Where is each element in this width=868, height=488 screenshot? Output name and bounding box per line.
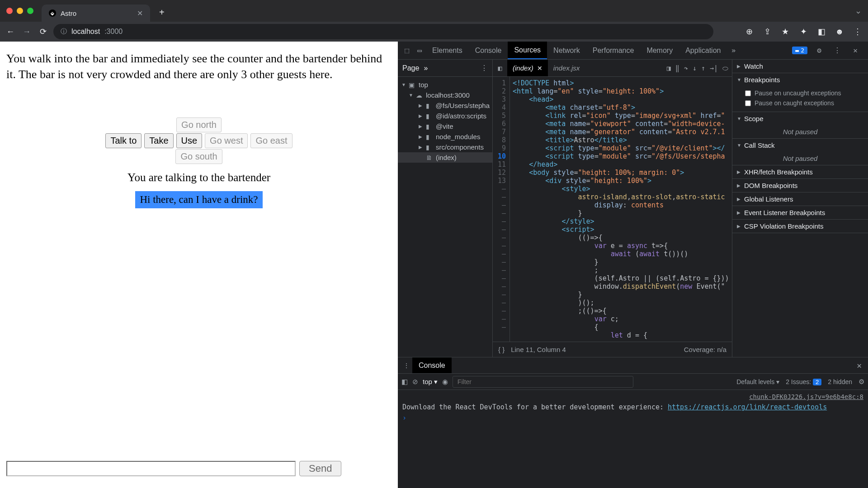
tree-folder[interactable]: ▶▮node_modules xyxy=(398,131,492,142)
site-info-icon[interactable]: ⓘ xyxy=(61,28,67,36)
tab-application[interactable]: Application xyxy=(679,42,727,59)
tree-folder[interactable]: ▶▮@id/astro:scripts xyxy=(398,111,492,121)
game-input[interactable] xyxy=(6,461,296,476)
step-out-icon[interactable]: ↑ xyxy=(701,64,705,72)
deactivate-bp-icon[interactable]: ⬭ xyxy=(722,64,728,72)
new-tab-button[interactable]: + xyxy=(159,7,165,18)
console-filter-input[interactable] xyxy=(453,376,633,388)
rendered-page: You walk into the bar and immediately se… xyxy=(0,42,398,488)
share-icon[interactable]: ⇪ xyxy=(761,27,773,37)
close-icon[interactable]: ✕ xyxy=(537,65,542,72)
event-listener-bp-section[interactable]: ▶Event Listener Breakpoints xyxy=(732,206,868,219)
go-north-button[interactable]: Go north xyxy=(176,117,222,132)
nav-more-icon[interactable]: » xyxy=(424,64,428,72)
drawer-kebab-icon[interactable]: ⋮ xyxy=(401,362,412,369)
go-west-button[interactable]: Go west xyxy=(205,133,248,148)
go-south-button[interactable]: Go south xyxy=(175,149,222,164)
log-link[interactable]: https://reactjs.org/link/react-devtools xyxy=(668,403,827,411)
bookmark-star-icon[interactable]: ★ xyxy=(779,27,791,37)
breakpoints-section[interactable]: ▼Breakpoints xyxy=(732,73,868,86)
reload-icon[interactable]: ⟳ xyxy=(37,27,49,37)
toggle-debugger-icon[interactable]: ◨ xyxy=(667,64,671,72)
tab-sources[interactable]: Sources xyxy=(508,42,547,59)
scope-section[interactable]: ▼Scope xyxy=(732,112,868,125)
tab-console[interactable]: Console xyxy=(469,42,508,59)
tab-performance[interactable]: Performance xyxy=(586,42,641,59)
talk-to-button[interactable]: Talk to xyxy=(105,133,142,148)
device-mode-icon[interactable]: ▭ xyxy=(413,46,426,55)
console-gear-icon[interactable]: ⚙ xyxy=(859,378,864,386)
back-icon[interactable]: ← xyxy=(5,27,16,37)
close-window-icon[interactable] xyxy=(6,8,13,14)
close-devtools-icon[interactable]: ✕ xyxy=(849,46,862,55)
pause-uncaught-checkbox[interactable]: Pause on uncaught exceptions xyxy=(745,88,863,98)
console-prompt[interactable]: › xyxy=(402,413,863,423)
toggle-navigator-icon[interactable]: ◧ xyxy=(493,64,507,72)
url-bar[interactable]: ⓘ localhost:3000 xyxy=(53,24,713,39)
profile-icon[interactable]: ☻ xyxy=(834,27,845,37)
cursor-position: Line 11, Column 4 xyxy=(511,346,566,353)
format-icon[interactable]: { } xyxy=(498,346,505,353)
watch-section[interactable]: ▶Watch xyxy=(732,60,868,73)
sources-navigator: Page » ⋮ ▼▣top ▼☁localhost:3000 ▶▮@fs/Us… xyxy=(398,60,493,357)
tree-folder[interactable]: ▶▮@fs/Users/stepha xyxy=(398,100,492,111)
nav-page-tab[interactable]: Page xyxy=(402,64,419,72)
more-tabs-icon[interactable]: » xyxy=(727,46,740,55)
take-button[interactable]: Take xyxy=(144,133,173,148)
tree-folder[interactable]: ▶▮src/components xyxy=(398,142,492,152)
issues-count[interactable]: 2 Issues: 2 xyxy=(786,378,821,385)
menu-icon[interactable]: ⋮ xyxy=(852,27,863,37)
chevron-down-icon[interactable]: ⌄ xyxy=(855,6,862,16)
zoom-icon[interactable]: ⊕ xyxy=(743,27,755,37)
devtools-panel: ⬚ ▭ Elements Console Sources Network Per… xyxy=(398,42,868,488)
minimize-window-icon[interactable] xyxy=(17,8,23,14)
tree-folder[interactable]: ▶▮@vite xyxy=(398,121,492,131)
step-into-icon[interactable]: ↓ xyxy=(693,64,697,72)
editor-tab-indexjsx[interactable]: index.jsx xyxy=(548,60,585,76)
live-expr-icon[interactable]: ◉ xyxy=(442,378,448,386)
maximize-window-icon[interactable] xyxy=(27,8,33,14)
csp-bp-section[interactable]: ▶CSP Violation Breakpoints xyxy=(732,220,868,233)
browser-toolbar: ← → ⟳ ⓘ localhost:3000 ⊕ ⇪ ★ ✦ ◧ ☻ ⋮ xyxy=(0,22,868,42)
tab-network[interactable]: Network xyxy=(547,42,586,59)
editor-tab-index[interactable]: (index)✕ xyxy=(507,60,548,76)
log-levels[interactable]: Default levels ▾ xyxy=(736,378,779,385)
hidden-count: 2 hidden xyxy=(828,378,852,385)
tree-file-index[interactable]: 🗎(index) xyxy=(398,152,492,163)
settings-gear-icon[interactable]: ⚙ xyxy=(813,46,826,55)
callstack-section[interactable]: ▼Call Stack xyxy=(732,139,868,152)
dom-bp-section[interactable]: ▶DOM Breakpoints xyxy=(732,179,868,192)
chevron-down-icon: ▾ xyxy=(434,378,438,386)
send-button[interactable]: Send xyxy=(299,461,341,476)
inspect-icon[interactable]: ⬚ xyxy=(401,46,413,55)
dialog-option[interactable]: Hi there, can I have a drink? xyxy=(135,191,262,208)
xhr-bp-section[interactable]: ▶XHR/fetch Breakpoints xyxy=(732,165,868,178)
use-button[interactable]: Use xyxy=(176,133,203,148)
tab-elements[interactable]: Elements xyxy=(426,42,469,59)
extensions-icon[interactable]: ✦ xyxy=(797,27,809,37)
clear-console-icon[interactable]: ⊘ xyxy=(412,378,418,386)
tree-top[interactable]: ▼▣top xyxy=(398,80,492,90)
sidebar-toggle-icon[interactable]: ◧ xyxy=(401,378,408,386)
forward-icon[interactable]: → xyxy=(21,27,33,37)
drawer-console-tab[interactable]: Console xyxy=(412,357,452,373)
pause-caught-checkbox[interactable]: Pause on caught exceptions xyxy=(745,98,863,108)
go-east-button[interactable]: Go east xyxy=(250,133,292,148)
pause-icon[interactable]: ‖ xyxy=(675,64,679,72)
code-body[interactable]: <!DOCTYPE html><html lang="en" style="he… xyxy=(510,77,732,342)
tree-host[interactable]: ▼☁localhost:3000 xyxy=(398,90,492,100)
console-context[interactable]: top ▾ xyxy=(423,378,438,386)
browser-tab[interactable]: ⬙ Astro ✕ xyxy=(42,5,150,22)
global-listeners-section[interactable]: ▶Global Listeners xyxy=(732,192,868,206)
side-panel-icon[interactable]: ◧ xyxy=(816,27,827,37)
log-source-link[interactable]: chunk-DFK0J226.js?v=9e6b4e8c:8 xyxy=(749,393,863,400)
nav-kebab-icon[interactable]: ⋮ xyxy=(481,64,488,72)
step-icon[interactable]: →| xyxy=(710,64,718,72)
tab-memory[interactable]: Memory xyxy=(640,42,679,59)
issues-badge[interactable]: ▬ 2 xyxy=(792,47,807,54)
step-over-icon[interactable]: ↷ xyxy=(684,64,688,72)
kebab-menu-icon[interactable]: ⋮ xyxy=(831,46,844,55)
close-drawer-icon[interactable]: ✕ xyxy=(853,361,865,370)
close-tab-icon[interactable]: ✕ xyxy=(137,9,143,18)
traffic-lights xyxy=(6,8,33,14)
